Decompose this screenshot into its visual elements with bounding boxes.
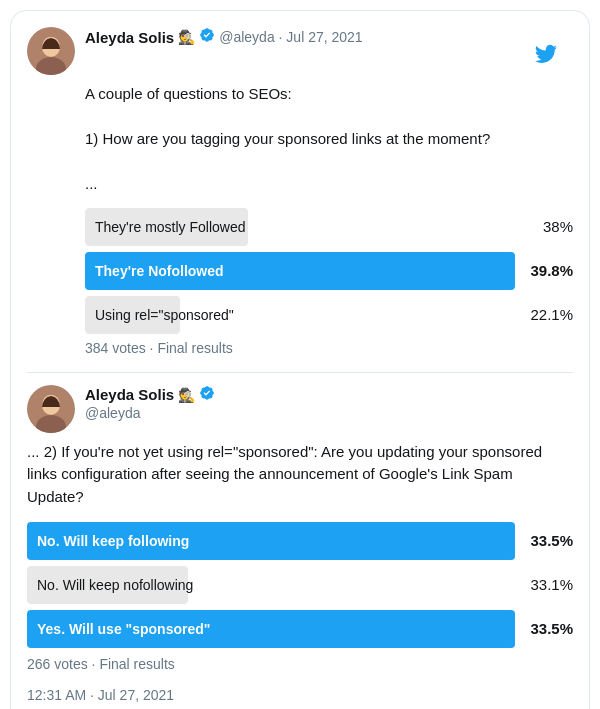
- poll2-label3: Yes. Will use "sponsored": [37, 619, 210, 640]
- poll2-row3: Yes. Will use "sponsored" 33.5%: [27, 610, 573, 648]
- poll2-row2: No. Will keep nofollowing 33.1%: [27, 566, 573, 604]
- poll2-percent2: 33.1%: [525, 574, 573, 597]
- poll2-bar-wrap2: No. Will keep nofollowing: [27, 566, 515, 604]
- poll2-bar-wrap3: Yes. Will use "sponsored": [27, 610, 515, 648]
- poll1-label2: They're Nofollowed: [95, 263, 224, 279]
- tweet2-body: ... 2) If you're not yet using rel="spon…: [27, 441, 573, 707]
- tweet1-user-info: Aleyda Solis 🕵️ @aleyda · Jul 27, 2021: [85, 27, 363, 47]
- divider1: [27, 372, 573, 373]
- poll1-bar-wrap2: They're Nofollowed: [85, 252, 515, 290]
- twitter-bird-icon: [535, 43, 557, 71]
- poll1-percent1: 38%: [525, 218, 573, 235]
- tweet1-header: Aleyda Solis 🕵️ @aleyda · Jul 27, 2021: [27, 27, 573, 75]
- tweet1-emoji: 🕵️: [178, 29, 195, 45]
- poll2-row1: No. Will keep following 33.5%: [27, 522, 573, 560]
- tweet1-display-name[interactable]: Aleyda Solis: [85, 29, 174, 46]
- poll1-bar1: They're mostly Followed: [85, 208, 515, 246]
- tweet2-user-info: Aleyda Solis 🕵️ @aleyda: [85, 385, 215, 421]
- avatar-tweet2[interactable]: [27, 385, 75, 433]
- poll2-percent1: 33.5%: [525, 530, 573, 553]
- poll1-percent2: 39.8%: [525, 262, 573, 279]
- tweet1-poll: They're mostly Followed 38% They're Nofo…: [85, 208, 573, 356]
- tweet2-text: ... 2) If you're not yet using rel="spon…: [27, 441, 573, 509]
- tweet1-handle-date: @aleyda · Jul 27, 2021: [219, 29, 362, 45]
- poll1-bar2: They're Nofollowed: [85, 252, 515, 290]
- poll1-bar-wrap1: They're mostly Followed: [85, 208, 515, 246]
- poll1-row2: They're Nofollowed 39.8%: [85, 252, 573, 290]
- tweet2-verified-icon: [199, 385, 215, 405]
- avatar-tweet1[interactable]: [27, 27, 75, 75]
- tweet1-body: A couple of questions to SEOs: 1) How ar…: [85, 83, 573, 356]
- tweet-card: Aleyda Solis 🕵️ @aleyda · Jul 27, 2021 A…: [10, 10, 590, 709]
- poll1-row3: Using rel="sponsored" 22.1%: [85, 296, 573, 334]
- poll2-label2: No. Will keep nofollowing: [37, 575, 193, 596]
- poll1-row1: They're mostly Followed 38%: [85, 208, 573, 246]
- tweet2-timestamp: 12:31 AM · Jul 27, 2021: [27, 685, 573, 706]
- poll2-percent3: 33.5%: [525, 618, 573, 641]
- poll1-label1: They're mostly Followed: [95, 219, 246, 235]
- tweet1-name-row: Aleyda Solis 🕵️ @aleyda · Jul 27, 2021: [85, 27, 363, 47]
- poll1-label3: Using rel="sponsored": [95, 307, 234, 323]
- poll2-label1: No. Will keep following: [37, 531, 189, 552]
- tweet2-poll-meta: 266 votes · Final results: [27, 654, 573, 675]
- tweet2-header: Aleyda Solis 🕵️ @aleyda: [27, 385, 573, 433]
- poll2-bar3: Yes. Will use "sponsored": [27, 610, 515, 648]
- tweet2-handle: @aleyda: [85, 405, 215, 421]
- poll1-percent3: 22.1%: [525, 306, 573, 323]
- poll2-bar2: No. Will keep nofollowing: [27, 566, 515, 604]
- tweet2-display-name[interactable]: Aleyda Solis: [85, 386, 174, 403]
- poll1-bar-wrap3: Using rel="sponsored": [85, 296, 515, 334]
- tweet1-verified-icon: [199, 27, 215, 47]
- tweet2-poll: No. Will keep following 33.5% No. Will k…: [27, 522, 573, 675]
- poll2-bar1: No. Will keep following: [27, 522, 515, 560]
- tweet2-emoji: 🕵️: [178, 387, 195, 403]
- poll2-bar-wrap1: No. Will keep following: [27, 522, 515, 560]
- tweet1-poll-meta: 384 votes · Final results: [85, 340, 573, 356]
- tweet2-name-row: Aleyda Solis 🕵️: [85, 385, 215, 405]
- poll1-bar3: Using rel="sponsored": [85, 296, 515, 334]
- tweet1-container: Aleyda Solis 🕵️ @aleyda · Jul 27, 2021 A…: [27, 27, 573, 709]
- tweet1-text: A couple of questions to SEOs: 1) How ar…: [85, 83, 573, 196]
